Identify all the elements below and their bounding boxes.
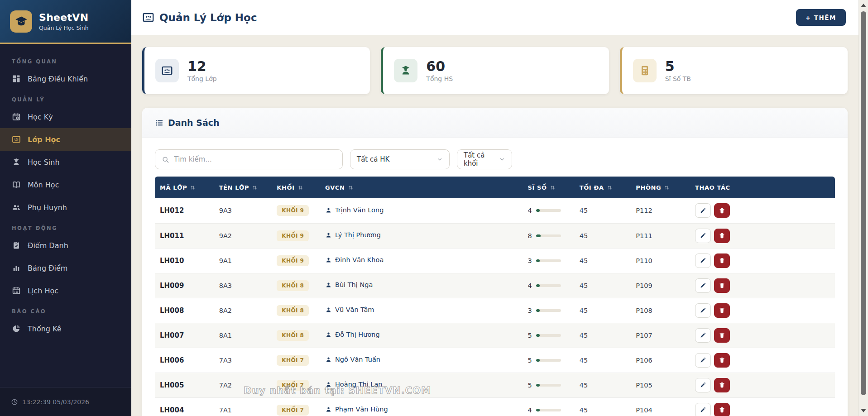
page-title-text: Quản Lý Lớp Học: [159, 12, 257, 24]
delete-button[interactable]: [714, 278, 730, 293]
sidebar-item-label: Môn Học: [28, 181, 59, 189]
search-box: [155, 149, 343, 169]
sidebar-item-diem-danh[interactable]: Điểm Danh: [0, 234, 131, 257]
delete-button[interactable]: [714, 403, 730, 416]
stat-card-tong-lop: 12Tổng Lớp: [142, 47, 370, 94]
delete-button[interactable]: [714, 353, 730, 368]
cell-size: 4: [528, 406, 561, 414]
cell-class-name: 9A1: [214, 248, 272, 273]
column-header-khoi[interactable]: KHỐI: [272, 177, 320, 198]
list-icon: [155, 119, 163, 127]
scrollbar-thumb[interactable]: [861, 11, 866, 395]
sidebar-item-thong-ke[interactable]: Thống Kê: [0, 317, 131, 340]
edit-button[interactable]: [695, 303, 711, 318]
chevron-down-icon: [499, 156, 505, 163]
edit-button[interactable]: [695, 253, 711, 268]
search-input[interactable]: [174, 155, 336, 163]
grade-select[interactable]: Tất cả khối: [457, 149, 512, 169]
calendar-dots-icon: [12, 286, 21, 295]
edit-button[interactable]: [695, 378, 711, 392]
delete-button[interactable]: [714, 303, 730, 318]
calendar-clock-icon: [12, 112, 21, 121]
sidebar-item-phu-huynh[interactable]: Phụ Huynh: [0, 196, 131, 219]
person-icon: [325, 207, 332, 214]
cell-max: 45: [575, 198, 631, 223]
cell-teacher: Phạm Văn Hùng: [325, 406, 388, 413]
cell-teacher: Ngô Văn Tuấn: [325, 356, 380, 363]
column-header-si-so[interactable]: SĨ SỐ: [523, 177, 575, 198]
cell-max: 45: [575, 323, 631, 348]
scrollbar[interactable]: [858, 0, 868, 416]
nav-section-label: QUẢN LÝ: [0, 94, 131, 105]
sort-icon: [297, 185, 303, 191]
edit-button[interactable]: [695, 403, 711, 416]
grade-badge: KHỐI 7: [277, 355, 309, 366]
column-header-phong[interactable]: PHÒNG: [631, 177, 690, 198]
page-title: Quản Lý Lớp Học: [142, 11, 257, 24]
sidebar-item-bang-dieu-khien[interactable]: Bảng Điều Khiển: [0, 67, 131, 90]
person-icon: [325, 406, 332, 413]
grade-select-value: Tất cả khối: [464, 151, 499, 167]
edit-button[interactable]: [695, 328, 711, 343]
cell-room: P112: [631, 198, 690, 223]
cell-teacher: Bùi Thị Nga: [325, 281, 373, 288]
class-card-icon: [142, 11, 154, 24]
sidebar-item-label: Bảng Điều Khiển: [28, 75, 88, 83]
column-header-toi-da[interactable]: TỐI ĐA: [575, 177, 631, 198]
edit-button[interactable]: [695, 278, 711, 293]
panel-body: Tất cả HK Tất cả khối: [142, 138, 848, 416]
clipboard-check-icon: [12, 241, 21, 250]
sidebar-item-label: Thống Kê: [28, 325, 62, 333]
class-card-icon: [155, 59, 179, 82]
scroll-down-button[interactable]: [859, 406, 868, 415]
semester-select[interactable]: Tất cả HK: [350, 149, 450, 169]
sidebar-item-lop-hoc[interactable]: Lớp Học: [0, 128, 131, 151]
sidebar-item-mon-hoc[interactable]: Môn Học: [0, 173, 131, 196]
table-row-LH011: LH0119A2KHỐI 9Lý Thị Phương845P111: [155, 223, 835, 248]
cell-class-code: LH006: [155, 348, 214, 373]
size-progress-bar: [536, 384, 561, 387]
sidebar-item-lich-hoc[interactable]: Lịch Học: [0, 279, 131, 302]
nav-section-label: BÁO CÁO: [0, 306, 131, 317]
grade-badge: KHỐI 8: [277, 305, 309, 316]
edit-button[interactable]: [695, 203, 711, 218]
edit-button[interactable]: [695, 229, 711, 243]
column-header-gvcn[interactable]: GVCN: [320, 177, 523, 198]
sidebar-item-hoc-ky[interactable]: Học Kỳ: [0, 105, 131, 128]
cell-size: 5: [528, 332, 561, 339]
calculator-icon: [633, 59, 657, 82]
cell-room: P110: [631, 248, 690, 273]
stat-label: Tổng HS: [426, 75, 453, 82]
cell-max: 45: [575, 273, 631, 298]
scroll-up-button[interactable]: [859, 1, 868, 10]
size-progress-bar: [536, 359, 561, 362]
column-header-ma-lop[interactable]: MÃ LỚP: [155, 177, 214, 198]
grade-badge: KHỐI 7: [277, 405, 309, 416]
sidebar-item-hoc-sinh[interactable]: Học Sinh: [0, 151, 131, 173]
clock-icon: [11, 398, 18, 406]
table-row-LH008: LH0088A2KHỐI 8Vũ Văn Tâm345P108: [155, 298, 835, 323]
cell-max: 45: [575, 348, 631, 373]
sidebar-item-label: Học Kỳ: [28, 113, 53, 121]
column-header-ten-lop[interactable]: TÊN LỚP: [214, 177, 272, 198]
panel-title: Danh Sách: [168, 118, 220, 128]
sort-icon: [190, 185, 196, 191]
nav-section-label: HOẠT ĐỘNG: [0, 222, 131, 234]
sidebar-item-bang-diem[interactable]: Bảng Điểm: [0, 257, 131, 279]
table-row-LH007: LH0078A1KHỐI 8Đỗ Thị Hương545P107: [155, 323, 835, 348]
sidebar-item-label: Điểm Danh: [28, 241, 68, 250]
grade-badge: KHỐI 9: [277, 255, 309, 266]
delete-button[interactable]: [714, 328, 730, 343]
delete-button[interactable]: [714, 229, 730, 243]
bar-chart-icon: [12, 263, 21, 273]
book-icon: [12, 180, 21, 189]
cell-class-code: LH011: [155, 223, 214, 248]
delete-button[interactable]: [714, 203, 730, 218]
cell-teacher: Đỗ Thị Hương: [325, 331, 380, 338]
edit-button[interactable]: [695, 353, 711, 368]
add-button[interactable]: + THÊM: [796, 9, 846, 26]
delete-button[interactable]: [714, 253, 730, 268]
cell-class-code: LH005: [155, 373, 214, 397]
semester-select-value: Tất cả HK: [357, 155, 389, 163]
delete-button[interactable]: [714, 378, 730, 392]
